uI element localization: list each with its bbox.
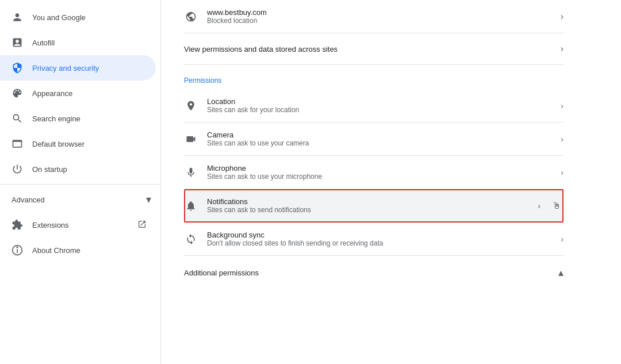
sidebar-item-label: Default browser [32,140,147,148]
camera-icon [184,132,198,146]
additional-permissions-label: Additional permissions [184,269,549,277]
site-url: www.bestbuy.com [207,8,551,17]
sidebar-item-label: On startup [32,165,147,174]
sidebar-item-label: Search engine [32,114,147,123]
sidebar-item-label: Appearance [32,89,147,98]
sync-icon [184,232,198,246]
globe-icon [184,10,198,24]
chevron-right-icon: › [561,44,564,54]
sidebar-divider [0,184,160,185]
permission-row-location[interactable]: Location Sites can ask for your location… [184,89,564,122]
permission-subtitle: Sites can ask to use your camera [207,139,551,147]
location-icon [184,99,198,113]
permission-subtitle: Sites can ask for your location [207,106,551,114]
permission-title: Notifications [207,197,528,206]
extensions-icon [12,219,23,231]
chevron-up-icon: ▴ [558,266,564,279]
person-icon [12,12,23,23]
site-text: www.bestbuy.com Blocked location [207,8,551,25]
sidebar-item-label: You and Google [32,13,147,22]
permission-text-camera: Camera Sites can ask to use your camera [207,131,551,147]
sidebar-item-privacy-and-security[interactable]: Privacy and security [0,55,156,81]
permission-title: Background sync [207,231,551,239]
chevron-right-icon: › [561,12,564,22]
main-content: www.bestbuy.com Blocked location › View … [161,0,621,364]
chevron-right-icon: › [538,201,540,210]
search-icon [12,113,23,124]
notifications-icon [184,199,198,213]
chevron-down-icon: ▾ [146,193,151,206]
additional-permissions-row[interactable]: Additional permissions ▴ [184,256,564,289]
sidebar-item-label: About Chrome [32,246,147,255]
external-link-icon [137,220,147,231]
permission-text-microphone: Microphone Sites can ask to use your mic… [207,164,551,181]
sidebar-item-label: Privacy and security [32,64,147,72]
sidebar-item-search-engine[interactable]: Search engine [0,106,156,131]
sidebar-item-on-startup[interactable]: On startup [0,156,156,182]
content-area: www.bestbuy.com Blocked location › View … [161,0,586,289]
site-status: Blocked location [207,17,551,25]
permission-row-microphone[interactable]: Microphone Sites can ask to use your mic… [184,156,564,189]
browser-icon [12,138,23,150]
autofill-icon [12,37,23,48]
permission-text-background-sync: Background sync Don't allow closed sites… [207,231,551,247]
sidebar-item-default-browser[interactable]: Default browser [0,131,156,156]
about-icon [12,244,23,256]
permission-row-notifications[interactable]: Notifications Sites can ask to send noti… [184,189,564,223]
view-permissions-label: View permissions and data stored across … [184,45,551,53]
sidebar: You and Google Autofill Privacy and secu… [0,0,161,364]
cursor-pointer-indicator: 🖱 [552,201,561,211]
permission-title: Location [207,97,551,106]
permission-subtitle: Don't allow closed sites to finish sendi… [207,239,551,247]
chevron-right-icon: › [561,135,564,144]
permission-text-notifications: Notifications Sites can ask to send noti… [207,197,528,214]
sidebar-item-about-chrome[interactable]: About Chrome [0,237,156,263]
permission-row-background-sync[interactable]: Background sync Don't allow closed sites… [184,223,564,256]
chevron-right-icon: › [561,101,564,110]
permissions-heading: Permissions [184,65,564,89]
sidebar-item-label: Autofill [32,39,147,47]
permission-text-location: Location Sites can ask for your location [207,97,551,114]
chevron-right-icon: › [561,235,564,244]
view-permissions-row[interactable]: View permissions and data stored across … [184,33,564,65]
sidebar-item-autofill[interactable]: Autofill [0,30,156,55]
microphone-icon [184,166,198,179]
advanced-label: Advanced [12,196,137,204]
site-row[interactable]: www.bestbuy.com Blocked location › [184,0,564,33]
shield-icon [12,62,23,74]
sidebar-item-label: Extensions [32,221,128,229]
chevron-right-icon: › [561,168,564,177]
permission-title: Microphone [207,164,551,173]
sidebar-advanced-header[interactable]: Advanced ▾ [0,187,160,212]
permission-subtitle: Sites can ask to use your microphone [207,173,551,181]
permission-title: Camera [207,131,551,139]
permission-row-camera[interactable]: Camera Sites can ask to use your camera … [184,122,564,156]
sidebar-item-you-and-google[interactable]: You and Google [0,5,156,30]
palette-icon [12,87,23,99]
permission-subtitle: Sites can ask to send notifications [207,206,528,214]
sidebar-item-appearance[interactable]: Appearance [0,81,156,106]
sidebar-item-extensions[interactable]: Extensions [0,212,156,237]
power-icon [12,163,23,175]
